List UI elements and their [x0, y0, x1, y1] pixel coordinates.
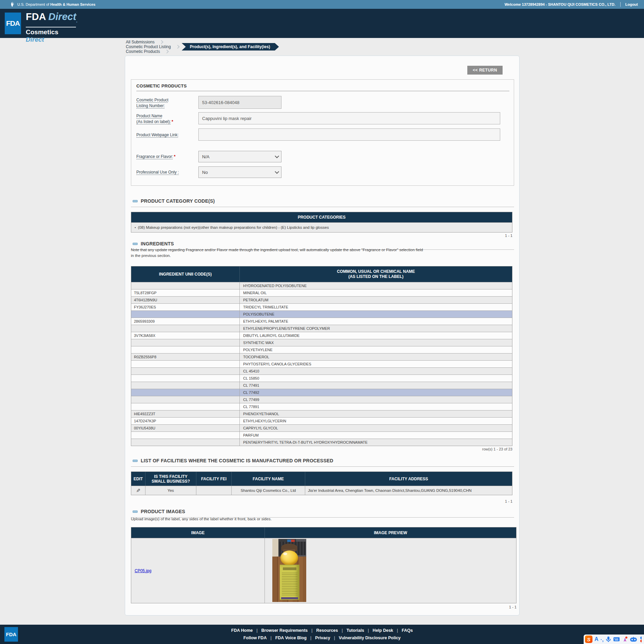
- breadcrumb-item[interactable]: Cosmetic Products: [126, 49, 160, 54]
- product-categories-table: PRODUCT CATEGORIES (08) Makeup preparati…: [131, 212, 512, 233]
- collapse-minus-icon[interactable]: [133, 510, 138, 513]
- divider: [620, 2, 621, 7]
- image-row: CP05.jpg: [131, 538, 516, 603]
- ingredient-row[interactable]: CL 77492: [131, 389, 512, 396]
- fragrance-select[interactable]: N/A: [198, 151, 281, 162]
- ingredient-row[interactable]: 00YIU5438U CAPRYLYL GLYCOL: [131, 424, 512, 431]
- ingredient-row[interactable]: R0ZB2556P8 TOCOPHEROL: [131, 353, 512, 360]
- app-header: FDA FDA Direct. Cosmetics Direct: [0, 9, 644, 38]
- ingredient-row[interactable]: POLYETHYLENE: [131, 346, 512, 353]
- breadcrumb-item[interactable]: All Submissions: [126, 40, 155, 44]
- product-photo: [272, 539, 306, 602]
- ingredient-row[interactable]: SYNTHETIC WAX: [131, 339, 512, 346]
- ingredient-row[interactable]: 3V7K3IA58X DIBUTYL LAUROYL GLUTAMIDE: [131, 332, 512, 339]
- breadcrumb-item[interactable]: Cosmetic Product Listing: [126, 44, 171, 49]
- footer-link[interactable]: FDA Voice Blog: [275, 636, 315, 640]
- ingredient-row[interactable]: T5L8T28FGP MINERAL OIL: [131, 289, 512, 296]
- ingredient-name: HYDROGENATED POLYISOBUTENE: [240, 282, 512, 289]
- webpage-link-label: Product Webpage Link:: [136, 132, 196, 138]
- facility-fei: [196, 486, 232, 495]
- ingredient-row[interactable]: PHYTOSTERYL CANOLA GLYCERIDES: [131, 360, 512, 367]
- footer-link[interactable]: Browser Requirements: [261, 628, 316, 633]
- hhs-eagle-icon: [9, 2, 15, 7]
- footer-link[interactable]: Vulnerability Disclosure Policy: [339, 636, 401, 640]
- listing-number-input[interactable]: [198, 96, 281, 109]
- ingredient-name: TOCOPHEROL: [240, 354, 512, 360]
- fragrance-value: N/A: [202, 154, 210, 159]
- pagination: row(s) 1 - 23 of 23: [131, 447, 512, 451]
- collapse-minus-icon[interactable]: [133, 243, 138, 245]
- ingredient-row[interactable]: PARFUM: [131, 431, 512, 439]
- pagination: 1 - 1: [131, 499, 512, 503]
- ingredient-row[interactable]: CL 45410: [131, 367, 512, 375]
- ingredient-name: TRIDECYL TRIMELLITATE: [240, 304, 512, 310]
- ingredient-name: PARFUM: [240, 432, 512, 439]
- ingredient-name: PETROLATUM: [240, 297, 512, 303]
- punctuation-icon[interactable]: ·,: [601, 637, 604, 642]
- ingredient-unii-code: [131, 361, 240, 367]
- footer-link[interactable]: Follow FDA: [243, 636, 275, 640]
- ingredient-name: POLYISOBUTENE: [240, 311, 512, 318]
- footer-link[interactable]: FDA Home: [231, 628, 261, 633]
- section-product-category: PRODUCT CATEGORY CODE(S): [131, 198, 514, 207]
- footer-link[interactable]: Resources: [316, 628, 347, 633]
- ingredient-name: SYNTHETIC WAX: [240, 339, 512, 346]
- ingredient-row[interactable]: POLYISOBUTENE: [131, 310, 512, 318]
- collapse-minus-icon[interactable]: [133, 460, 138, 462]
- product-name-input[interactable]: [198, 112, 500, 124]
- ingredient-unii-code: R0ZB2556P8: [131, 354, 240, 360]
- ingredient-row[interactable]: HIE492ZZ3T PHENOXYETHANOL: [131, 410, 512, 417]
- ingredient-unii-code: [131, 439, 240, 446]
- microphone-icon[interactable]: [606, 636, 611, 642]
- professional-use-label: Professional Use Only :: [136, 169, 196, 175]
- column-header-facility-address: FACILITY ADDRESS: [305, 472, 512, 486]
- edit-pencil-icon[interactable]: ✎: [135, 488, 141, 493]
- facility-small-business: Yes: [145, 486, 196, 495]
- welcome-text: Welcome 13728942894 - SHANTOU QIJI COSME…: [505, 2, 616, 6]
- footer-link[interactable]: Privacy: [315, 636, 339, 640]
- input-mode-icon[interactable]: A: [594, 636, 599, 642]
- cosmetic-products-form: COSMETIC PRODUCTS Cosmetic Product Listi…: [131, 79, 514, 186]
- section-title: INGREDIENTS: [141, 241, 174, 246]
- section-product-images: PRODUCT IMAGES: [131, 509, 514, 518]
- professional-use-select[interactable]: No: [198, 166, 281, 178]
- ingredient-row[interactable]: PENTAERYTHRITYL TETRA-DI-T-BUTYL HYDROXY…: [131, 439, 512, 446]
- footer-link[interactable]: Tutorials: [347, 628, 373, 633]
- ingredient-name: PENTAERYTHRITYL TETRA-DI-T-BUTYL HYDROXY…: [240, 439, 512, 446]
- webpage-link-input[interactable]: [198, 128, 500, 141]
- facility-row: ✎ Yes Shantou Qiji Cosmetics Co., Ltd Ji…: [131, 486, 512, 495]
- ingredient-unii-code: [131, 368, 240, 375]
- section-title: LIST OF FACILITIES WHERE THE COSMETIC IS…: [141, 458, 333, 463]
- keyboard-icon[interactable]: [613, 637, 620, 642]
- chevron-right-icon: [159, 40, 163, 44]
- footer-link[interactable]: FAQs: [402, 628, 413, 633]
- ingredient-row[interactable]: CL 77499: [131, 396, 512, 403]
- ingredient-row[interactable]: HYDROGENATED POLYISOBUTENE: [131, 282, 512, 289]
- more-tools-icon[interactable]: [639, 636, 642, 642]
- ingredient-row[interactable]: 147D247K3P ETHYLHEXYLGLYCERIN: [131, 417, 512, 424]
- pagination: 1 - 1: [131, 234, 512, 238]
- ingredient-row[interactable]: CL 77891: [131, 403, 512, 410]
- skin-palette-icon[interactable]: [622, 636, 628, 642]
- sogou-logo-icon[interactable]: S: [585, 636, 592, 643]
- image-file-link[interactable]: CP05.jpg: [135, 568, 151, 573]
- ingredient-name: DIBUTYL LAUROYL GLUTAMIDE: [240, 332, 512, 339]
- chevron-down-icon: [275, 169, 279, 174]
- logout-button[interactable]: Logout: [625, 2, 638, 6]
- ingredient-name: ETHYLHEXYLGLYCERIN: [240, 418, 512, 424]
- table-row: (08) Makeup preparations (not eye)(other…: [131, 222, 512, 232]
- ingredient-unii-code: FY36J270ES: [131, 304, 240, 310]
- game-controller-icon[interactable]: [630, 637, 637, 642]
- ingredient-row[interactable]: 2865993309 ETHYLHEXYL PALMITATE: [131, 318, 512, 325]
- ingredient-row[interactable]: CL 15850: [131, 375, 512, 382]
- ingredient-unii-code: [131, 375, 240, 382]
- ingredient-row[interactable]: 4T6H12BN9U PETROLATUM: [131, 296, 512, 303]
- footer-link[interactable]: Help Desk: [373, 628, 402, 633]
- return-button[interactable]: << RETURN: [467, 66, 503, 75]
- ingredient-unii-code: [131, 403, 240, 410]
- collapse-minus-icon[interactable]: [133, 200, 138, 202]
- ingredient-row[interactable]: CL 77491: [131, 382, 512, 389]
- ingredient-row[interactable]: ETHYLENE/PROPYLENE/STYRENE COPOLYMER: [131, 325, 512, 332]
- ingredient-row[interactable]: FY36J270ES TRIDECYL TRIMELLITATE: [131, 303, 512, 310]
- ingredient-unii-code: 3V7K3IA58X: [131, 332, 240, 339]
